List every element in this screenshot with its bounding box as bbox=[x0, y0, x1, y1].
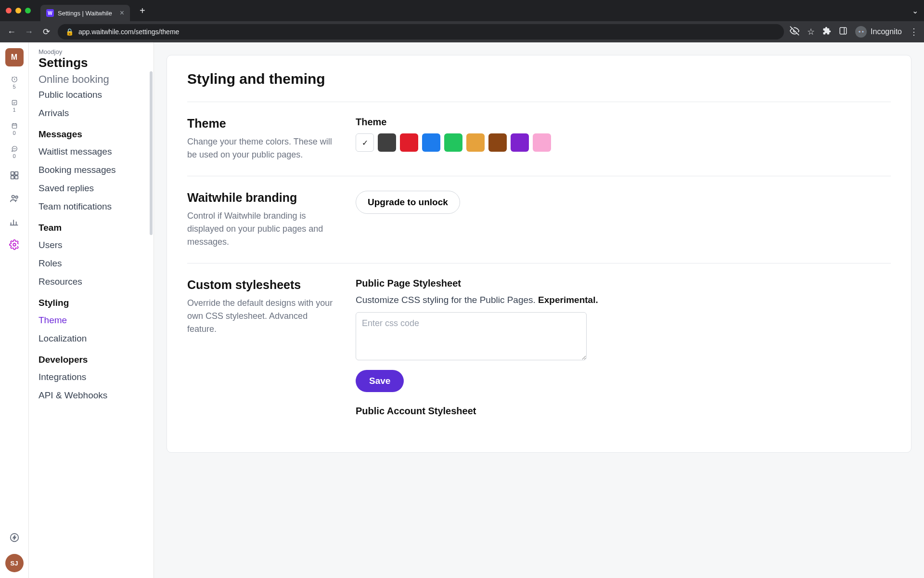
new-tab-button[interactable]: + bbox=[140, 5, 145, 16]
upgrade-button[interactable]: Upgrade to unlock bbox=[356, 191, 460, 214]
window-controls[interactable] bbox=[6, 8, 31, 13]
svg-point-22 bbox=[13, 243, 16, 246]
settings-card: Styling and theming Theme Change your th… bbox=[167, 55, 911, 453]
sidebar-item-arrivals[interactable]: Arrivals bbox=[29, 104, 154, 122]
rail-checkbox-icon[interactable]: 1 bbox=[8, 99, 21, 113]
theme-desc: Change your theme colors. These will be … bbox=[187, 135, 336, 161]
rail-chat-icon[interactable]: 0 bbox=[8, 145, 21, 159]
sidebar-item-users[interactable]: Users bbox=[29, 236, 154, 254]
rail-apps-icon[interactable] bbox=[8, 169, 21, 182]
sidebar-section-messages: Messages bbox=[29, 122, 154, 143]
section-branding: Waitwhile branding Control if Waitwhile … bbox=[187, 176, 891, 263]
tab-title: Settings | Waitwhile bbox=[58, 10, 112, 17]
main-content: Styling and theming Theme Change your th… bbox=[154, 42, 924, 578]
sidebar-item-api-webhooks[interactable]: API & Webhooks bbox=[29, 386, 154, 405]
sidebar-item-cutoff[interactable]: Online booking bbox=[29, 73, 154, 86]
sidebar-scrollbar[interactable] bbox=[150, 71, 153, 235]
card-title: Styling and theming bbox=[187, 71, 891, 87]
browser-tab[interactable]: W Settings | Waitwhile × bbox=[40, 5, 130, 21]
rail-calendar-icon[interactable]: 0 bbox=[8, 122, 21, 136]
rail-users-icon[interactable] bbox=[8, 192, 21, 205]
sidebar-item-localization[interactable]: Localization bbox=[29, 329, 154, 348]
svg-rect-4 bbox=[12, 100, 16, 105]
swatch-blue[interactable] bbox=[422, 133, 440, 152]
svg-rect-1 bbox=[840, 27, 847, 34]
branding-heading: Waitwhile branding bbox=[187, 191, 336, 205]
svg-rect-15 bbox=[14, 176, 17, 179]
rail-clock-icon[interactable]: 5 bbox=[8, 76, 21, 90]
swatch-green[interactable] bbox=[444, 133, 462, 152]
sidebar-item-team-notifications[interactable]: Team notifications bbox=[29, 197, 154, 216]
swatch-red[interactable] bbox=[400, 133, 418, 152]
rail-calendar-badge: 0 bbox=[13, 130, 15, 136]
swatch-orange[interactable] bbox=[466, 133, 485, 152]
svg-point-9 bbox=[13, 148, 13, 149]
account-css-label: Public Account Stylesheet bbox=[356, 406, 891, 417]
panel-icon[interactable] bbox=[839, 26, 847, 38]
svg-rect-12 bbox=[11, 172, 13, 175]
eye-off-icon[interactable] bbox=[790, 26, 799, 38]
swatch-purple[interactable] bbox=[511, 133, 529, 152]
user-avatar[interactable]: SJ bbox=[5, 554, 24, 572]
close-window[interactable] bbox=[6, 8, 12, 13]
sidebar-section-styling: Styling bbox=[29, 291, 154, 311]
page-title: Settings bbox=[38, 55, 144, 70]
tabs-dropdown-icon[interactable]: ⌄ bbox=[912, 6, 918, 15]
maximize-window[interactable] bbox=[25, 8, 31, 13]
section-theme: Theme Change your theme colors. These wi… bbox=[187, 102, 891, 176]
url-text: app.waitwhile.com/settings/theme bbox=[78, 28, 179, 36]
rail-zap-icon[interactable] bbox=[8, 531, 21, 544]
workspace-avatar[interactable]: M bbox=[5, 48, 24, 66]
theme-heading: Theme bbox=[187, 117, 336, 131]
sidebar-item-theme[interactable]: Theme bbox=[29, 311, 154, 329]
extensions-icon[interactable] bbox=[822, 26, 831, 38]
svg-point-11 bbox=[15, 148, 16, 149]
rail-settings-icon[interactable] bbox=[8, 238, 21, 251]
swatch-pink[interactable] bbox=[533, 133, 551, 152]
theme-swatches: ✓ bbox=[356, 133, 891, 152]
svg-rect-14 bbox=[11, 176, 13, 179]
svg-rect-13 bbox=[14, 172, 17, 175]
swatch-white[interactable]: ✓ bbox=[356, 133, 374, 152]
back-button[interactable]: ← bbox=[6, 27, 17, 37]
swatch-dark[interactable] bbox=[378, 133, 396, 152]
icon-rail: M 5 1 0 0 SJ bbox=[0, 42, 29, 578]
incognito-label: Incognito bbox=[871, 27, 902, 36]
public-css-desc: Customize CSS styling for the Public Pag… bbox=[356, 295, 891, 305]
close-tab-icon[interactable]: × bbox=[120, 9, 124, 17]
menu-icon[interactable]: ⋮ bbox=[910, 26, 918, 37]
branding-desc: Control if Waitwhile branding is display… bbox=[187, 210, 336, 249]
section-custom-css: Custom stylesheets Override the default … bbox=[187, 263, 891, 437]
sidebar-item-integrations[interactable]: Integrations bbox=[29, 368, 154, 386]
rail-clock-badge: 5 bbox=[13, 84, 15, 90]
reload-button[interactable]: ⟳ bbox=[40, 26, 52, 37]
rail-analytics-icon[interactable] bbox=[8, 215, 21, 228]
css-heading: Custom stylesheets bbox=[187, 278, 336, 292]
breadcrumb[interactable]: Moodjoy bbox=[38, 48, 144, 55]
minimize-window[interactable] bbox=[15, 8, 21, 13]
svg-rect-5 bbox=[12, 124, 16, 128]
incognito-indicator[interactable]: 👓 Incognito bbox=[855, 26, 902, 38]
sidebar-item-roles[interactable]: Roles bbox=[29, 254, 154, 273]
rail-chat-badge: 0 bbox=[13, 153, 15, 159]
incognito-icon: 👓 bbox=[855, 26, 867, 38]
sidebar-item-resources[interactable]: Resources bbox=[29, 273, 154, 291]
bookmark-star-icon[interactable]: ☆ bbox=[807, 26, 815, 37]
svg-point-10 bbox=[14, 148, 15, 149]
css-desc: Override the default designs with your o… bbox=[187, 297, 336, 336]
sidebar-section-developers: Developers bbox=[29, 348, 154, 368]
theme-field-label: Theme bbox=[356, 117, 891, 128]
public-css-label: Public Page Stylesheet bbox=[356, 278, 891, 289]
rail-checkbox-badge: 1 bbox=[13, 107, 15, 113]
sidebar-item-public-locations[interactable]: Public locations bbox=[29, 86, 154, 104]
sidebar-item-waitlist-messages[interactable]: Waitlist messages bbox=[29, 143, 154, 161]
forward-button[interactable]: → bbox=[23, 27, 35, 37]
tab-favicon: W bbox=[46, 9, 54, 17]
save-button[interactable]: Save bbox=[356, 370, 404, 392]
svg-point-17 bbox=[15, 196, 18, 198]
sidebar-item-saved-replies[interactable]: Saved replies bbox=[29, 179, 154, 197]
public-css-textarea[interactable] bbox=[356, 312, 587, 360]
address-bar[interactable]: 🔒 app.waitwhile.com/settings/theme bbox=[58, 24, 784, 39]
sidebar-item-booking-messages[interactable]: Booking messages bbox=[29, 161, 154, 179]
swatch-brown[interactable] bbox=[488, 133, 507, 152]
